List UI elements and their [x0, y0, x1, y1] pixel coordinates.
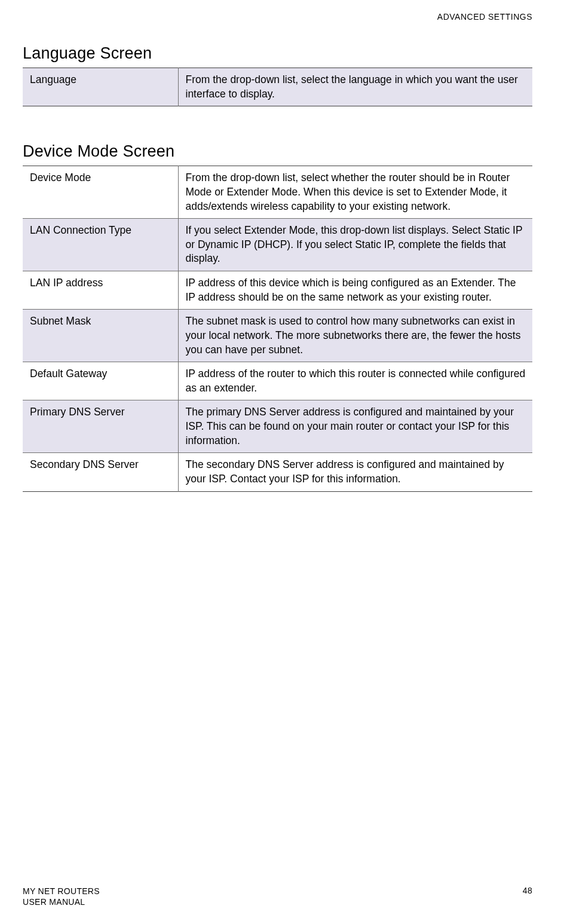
description-table: LanguageFrom the drop-down list, select …	[23, 68, 532, 106]
row-label: LAN IP address	[23, 271, 178, 310]
row-label: Device Mode	[23, 166, 178, 219]
section-block: Language ScreenLanguageFrom the drop-dow…	[23, 44, 532, 106]
section-block: Device Mode ScreenDevice ModeFrom the dr…	[23, 142, 532, 491]
section-heading: Device Mode Screen	[23, 142, 532, 161]
row-description: IP address of this device which is being…	[178, 271, 532, 310]
description-table: Device ModeFrom the drop-down list, sele…	[23, 166, 532, 491]
page-number: 48	[523, 886, 532, 895]
row-description: IP address of the router to which this r…	[178, 362, 532, 400]
row-description: From the drop-down list, select the lang…	[178, 68, 532, 106]
table-row: Device ModeFrom the drop-down list, sele…	[23, 166, 532, 219]
row-label: LAN Connection Type	[23, 219, 178, 271]
row-description: From the drop-down list, select whether …	[178, 166, 532, 219]
row-label: Subnet Mask	[23, 310, 178, 362]
table-row: Primary DNS ServerThe primary DNS Server…	[23, 400, 532, 453]
row-label: Primary DNS Server	[23, 400, 178, 453]
footer-title-line2: USER MANUAL	[23, 897, 100, 907]
table-row: Subnet MaskThe subnet mask is used to co…	[23, 310, 532, 362]
row-description: The primary DNS Server address is config…	[178, 400, 532, 453]
section-heading: Language Screen	[23, 44, 532, 63]
table-row: Default GatewayIP address of the router …	[23, 362, 532, 400]
page-footer: MY NET ROUTERS USER MANUAL 48	[23, 886, 532, 907]
page-header-section: ADVANCED SETTINGS	[23, 12, 532, 22]
row-description: If you select Extender Mode, this drop-d…	[178, 219, 532, 271]
row-label: Default Gateway	[23, 362, 178, 400]
table-row: LAN Connection TypeIf you select Extende…	[23, 219, 532, 271]
row-label: Secondary DNS Server	[23, 453, 178, 491]
row-description: The secondary DNS Server address is conf…	[178, 453, 532, 491]
row-label: Language	[23, 68, 178, 106]
table-row: LanguageFrom the drop-down list, select …	[23, 68, 532, 106]
table-row: Secondary DNS ServerThe secondary DNS Se…	[23, 453, 532, 491]
table-row: LAN IP addressIP address of this device …	[23, 271, 532, 310]
row-description: The subnet mask is used to control how m…	[178, 310, 532, 362]
footer-title-line1: MY NET ROUTERS	[23, 886, 100, 897]
